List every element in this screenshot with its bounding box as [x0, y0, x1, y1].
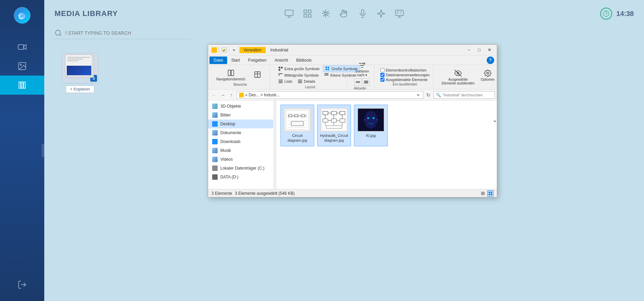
- sidebar-resize-handle[interactable]: [42, 144, 44, 157]
- fe-size-large-btn[interactable]: [362, 78, 370, 86]
- fe-forward-button[interactable]: →: [219, 91, 226, 99]
- fe-address-dropdown[interactable]: [415, 94, 421, 96]
- fe-view-options: Elementkontrollkästchen Dateinamenerweit…: [380, 68, 430, 82]
- folder-docs-icon: [212, 130, 218, 136]
- fe-file-hydraulik[interactable]: Hydraulik_Circuitdiagram.jpg: [317, 105, 351, 146]
- search-wrap: [54, 27, 191, 39]
- fe-nav-videos[interactable]: Videos: [208, 155, 276, 164]
- svg-rect-38: [279, 81, 283, 82]
- fe-nav-musik[interactable]: Musik: [208, 146, 276, 155]
- svg-rect-25: [326, 69, 327, 70]
- svg-rect-93: [481, 192, 485, 192]
- fe-details-pane-button[interactable]: [249, 70, 266, 80]
- fe-file-circuit[interactable]: Circuitdiagram.jpg: [280, 105, 314, 146]
- fe-navpane-scrollbar[interactable]: [273, 100, 276, 189]
- fe-refresh-button[interactable]: ↻: [425, 91, 432, 99]
- fe-file-ki[interactable]: KI.jpg: [354, 105, 388, 146]
- sparkle-icon[interactable]: [375, 7, 387, 20]
- fe-minimize-button[interactable]: −: [464, 46, 474, 54]
- sidebar-item-video[interactable]: [0, 37, 44, 57]
- fe-menu-datei[interactable]: Datei: [209, 57, 227, 64]
- fe-layout-medium[interactable]: Mittelgroße Symbole: [276, 72, 321, 78]
- fe-options-button[interactable]: Optionen: [478, 68, 497, 86]
- svg-rect-27: [279, 73, 280, 74]
- hand-icon[interactable]: [338, 7, 350, 20]
- fe-up-button[interactable]: ↑: [228, 91, 235, 99]
- media-item[interactable]: 3 + Kopieren: [61, 53, 99, 93]
- svg-rect-1: [18, 45, 23, 49]
- fe-menubar: Datei Start Freigeben Ansicht Bildtools …: [208, 56, 497, 65]
- mic-icon[interactable]: [357, 7, 369, 20]
- svg-rect-39: [279, 82, 283, 83]
- svg-rect-42: [298, 82, 302, 83]
- fe-checkbox-hidden[interactable]: Ausgeblendete Elemente: [380, 78, 430, 82]
- fe-menu-ansicht[interactable]: Ansicht: [270, 57, 292, 64]
- media-thumbnail: 3: [61, 53, 99, 83]
- fe-nav-3d-objekte[interactable]: 3D-Objekte: [208, 102, 276, 111]
- fe-layout-row3: Liste Details: [276, 78, 344, 84]
- fe-menu-freigeben[interactable]: Freigeben: [244, 57, 270, 64]
- svg-rect-98: [489, 193, 490, 195]
- svg-rect-32: [326, 73, 327, 74]
- flower-icon[interactable]: [320, 7, 332, 20]
- fe-toolbar-sort-group: Sortieren nach ▾ Aktuelle Ansicht: [350, 65, 374, 89]
- large-icon: [325, 66, 330, 71]
- fe-search-box[interactable]: 🔍: [434, 91, 495, 99]
- fe-status-count: 3 Elemente: [211, 191, 232, 196]
- svg-rect-6: [304, 10, 307, 13]
- fe-layout-details[interactable]: Details: [296, 78, 317, 84]
- fe-verwalten-tab[interactable]: Verwalten: [239, 47, 266, 53]
- fe-nav-data-drive[interactable]: DATA (D:): [208, 173, 276, 181]
- app-logo[interactable]: [14, 7, 31, 24]
- fe-layout-list[interactable]: Liste: [276, 78, 294, 84]
- monitor-icon[interactable]: [393, 7, 406, 20]
- fe-quick-access-folder[interactable]: [211, 47, 218, 53]
- fe-nav-desktop[interactable]: Desktop: [208, 120, 276, 128]
- search-input[interactable]: [65, 30, 181, 36]
- fe-status-list-view[interactable]: [480, 190, 486, 196]
- fe-close-button[interactable]: ✕: [485, 46, 494, 54]
- fe-menu-start[interactable]: Start: [227, 57, 244, 64]
- svg-point-3: [20, 64, 21, 65]
- fe-maximize-button[interactable]: □: [474, 46, 484, 54]
- fe-checkbox-file-ext[interactable]: Dateinamenerweiterungen: [380, 73, 430, 77]
- fe-layout-dropdown[interactable]: [493, 118, 496, 124]
- topbar-icons: [283, 7, 406, 20]
- fe-search-input[interactable]: [442, 93, 492, 97]
- fe-nav-dokumente[interactable]: Dokumente: [208, 128, 276, 137]
- fe-layout-extra-large[interactable]: Extra große Symbole: [276, 65, 321, 72]
- fe-menu-bildtools[interactable]: Bildtools: [292, 57, 316, 64]
- svg-rect-96: [489, 191, 490, 193]
- copy-button[interactable]: + Kopieren: [66, 85, 94, 93]
- fe-selected-hide-button[interactable]: Ausgewählte Elemente ausblenden: [440, 68, 477, 86]
- fe-file-circuit-label: Circuitdiagram.jpg: [287, 133, 307, 143]
- status-list-icon: [481, 191, 485, 195]
- fe-checkbox-element-control[interactable]: Elementkontrollkästchen: [380, 68, 430, 72]
- svg-point-91: [364, 120, 365, 121]
- size-large-icon: [364, 80, 368, 84]
- fe-file-ki-label: KI.jpg: [366, 133, 376, 138]
- fe-sort-button[interactable]: Sortieren nach ▾: [354, 61, 371, 78]
- fe-nav-local-disk[interactable]: Lokaler Datenträger (C:): [208, 164, 276, 173]
- fe-address-path: « Des... > Industr...: [245, 93, 414, 97]
- fe-nav-downloads[interactable]: Downloads: [208, 137, 276, 146]
- folder-music-icon: [212, 148, 218, 153]
- sidebar-logout-button[interactable]: [0, 275, 44, 294]
- fe-nav-bilder[interactable]: Bilder: [208, 111, 276, 120]
- fe-address-box[interactable]: « Des... > Industr...: [237, 91, 423, 99]
- fe-back-button[interactable]: ←: [210, 91, 218, 99]
- screen-icon[interactable]: [283, 7, 295, 20]
- fe-titlebar-divider2: [229, 47, 229, 53]
- fe-size-small-btn[interactable]: [354, 78, 362, 86]
- svg-point-89: [367, 117, 369, 119]
- fe-quick-down[interactable]: [231, 47, 237, 53]
- sidebar-item-library[interactable]: [0, 76, 44, 95]
- fe-quick-access-check[interactable]: [221, 47, 227, 53]
- fe-navigationsbereich-button[interactable]: Navigationsbereich: [214, 68, 247, 82]
- sidebar-item-image[interactable]: [0, 57, 44, 76]
- grid-icon[interactable]: [301, 7, 314, 20]
- fe-status-grid-view[interactable]: [487, 190, 493, 196]
- fe-body: 3D-Objekte Bilder Desktop Dokumente Down…: [208, 100, 497, 189]
- circuit-thumbnail: [284, 109, 310, 131]
- fe-help-button[interactable]: ?: [487, 57, 494, 64]
